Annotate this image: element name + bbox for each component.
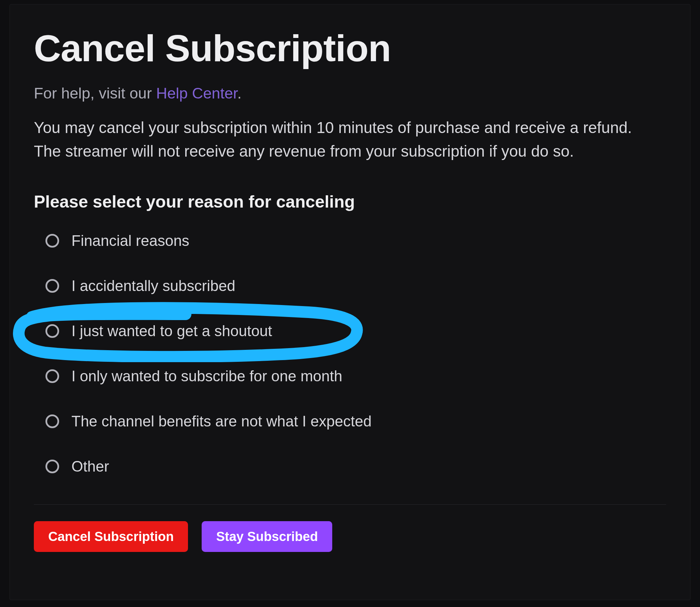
reason-options: Financial reasons I accidentally subscri… xyxy=(34,232,666,475)
reason-option-other[interactable]: Other xyxy=(45,458,666,475)
radio-icon xyxy=(45,460,59,473)
radio-icon xyxy=(45,279,59,293)
radio-icon xyxy=(45,234,59,248)
help-suffix: . xyxy=(237,84,242,102)
reason-label: Other xyxy=(71,458,109,475)
help-prefix: For help, visit our xyxy=(34,84,156,102)
radio-icon xyxy=(45,414,59,428)
page-title: Cancel Subscription xyxy=(34,28,666,68)
reason-label: I only wanted to subscribe for one month xyxy=(71,368,342,385)
reason-label: I just wanted to get a shoutout xyxy=(71,322,272,340)
reason-option-accidental[interactable]: I accidentally subscribed xyxy=(45,277,666,294)
reason-question: Please select your reason for canceling xyxy=(34,192,666,212)
divider xyxy=(34,504,666,505)
reason-label: The channel benefits are not what I expe… xyxy=(71,413,372,430)
reason-option-benefits[interactable]: The channel benefits are not what I expe… xyxy=(45,413,666,430)
reason-label: I accidentally subscribed xyxy=(71,277,235,294)
help-line: For help, visit our Help Center. xyxy=(34,84,666,102)
stay-subscribed-button[interactable]: Stay Subscribed xyxy=(202,521,332,552)
cancel-subscription-panel: Cancel Subscription For help, visit our … xyxy=(10,4,690,600)
radio-icon xyxy=(45,369,59,383)
reason-option-one-month[interactable]: I only wanted to subscribe for one month xyxy=(45,368,666,385)
help-center-link[interactable]: Help Center xyxy=(156,84,238,102)
radio-icon xyxy=(45,324,59,338)
refund-info-text: You may cancel your subscription within … xyxy=(34,116,659,163)
cancel-subscription-button[interactable]: Cancel Subscription xyxy=(34,521,188,552)
reason-label: Financial reasons xyxy=(71,232,189,249)
reason-option-financial[interactable]: Financial reasons xyxy=(45,232,666,249)
reason-option-shoutout[interactable]: I just wanted to get a shoutout xyxy=(45,322,666,340)
action-row: Cancel Subscription Stay Subscribed xyxy=(34,521,666,552)
